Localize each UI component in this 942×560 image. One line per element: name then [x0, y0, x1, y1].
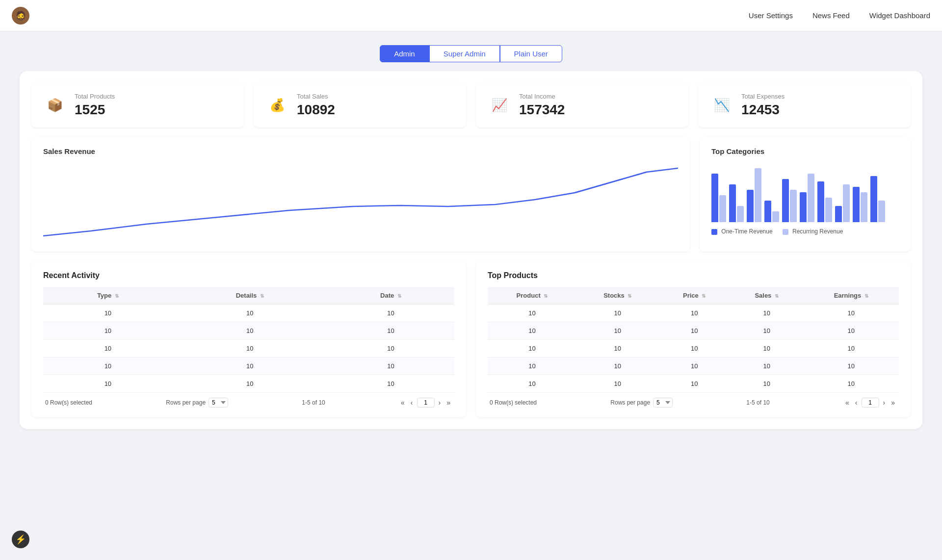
sales-cell: 10: [730, 305, 804, 322]
widget-dashboard-link[interactable]: Widget Dashboard: [869, 11, 930, 20]
details-col-header[interactable]: Details ⇅: [173, 287, 327, 305]
prev-page-btn[interactable]: ‹: [409, 398, 415, 407]
products-value: 1525: [75, 102, 115, 118]
product-col-header[interactable]: Product ⇅: [488, 287, 576, 305]
line-chart: [43, 163, 678, 242]
date-col-header[interactable]: Date ⇅: [327, 287, 454, 305]
first-page-btn[interactable]: «: [399, 398, 407, 407]
sales-cell: 10: [730, 375, 804, 393]
products-next-page-btn[interactable]: ›: [881, 398, 888, 407]
bar-recurring: [878, 201, 885, 222]
recent-activity-card: Recent Activity Type ⇅ Details ⇅ Date ⇅ …: [31, 261, 466, 417]
bar-one-time: [870, 176, 877, 222]
bar-recurring: [790, 190, 797, 222]
tab-super-admin[interactable]: Super Admin: [429, 45, 500, 62]
top-products-title: Top Products: [488, 271, 899, 280]
earnings-cell: 10: [804, 305, 899, 322]
price-cell: 10: [659, 375, 730, 393]
products-first-page-btn[interactable]: «: [843, 398, 851, 407]
avatar[interactable]: 🧔: [12, 7, 29, 25]
bar-group: [835, 184, 850, 222]
header: 🧔 User Settings News Feed Widget Dashboa…: [0, 0, 942, 31]
bar-one-time: [817, 181, 824, 222]
news-feed-link[interactable]: News Feed: [812, 11, 850, 20]
earnings-col-header[interactable]: Earnings ⇅: [804, 287, 899, 305]
bar-recurring: [825, 198, 832, 222]
income-icon: 📈: [488, 94, 511, 117]
user-settings-link[interactable]: User Settings: [749, 11, 793, 20]
price-cell: 10: [659, 322, 730, 340]
total-products-card: 📦 Total Products 1525: [31, 83, 244, 127]
role-tabs: Admin Super Admin Plain User: [0, 45, 942, 62]
table-row: 101010: [43, 357, 454, 375]
total-expenses-card: 📉 Total Expenses 12453: [698, 83, 911, 127]
stocks-cell: 10: [576, 375, 659, 393]
bar-group: [853, 187, 867, 222]
date-cell: 10: [327, 340, 454, 357]
tab-admin[interactable]: Admin: [380, 45, 429, 62]
details-cell: 10: [173, 375, 327, 393]
sales-icon: 💰: [265, 94, 289, 117]
type-col-header[interactable]: Type ⇅: [43, 287, 173, 305]
date-cell: 10: [327, 305, 454, 322]
bar-one-time: [711, 174, 718, 222]
recent-selected: 0 Row(s) selected: [45, 399, 92, 406]
chart-legend: One-Time Revenue Recurring Revenue: [711, 228, 899, 235]
product-cell: 10: [488, 305, 576, 322]
date-cell: 10: [327, 375, 454, 393]
sales-cell: 10: [730, 322, 804, 340]
product-cell: 10: [488, 375, 576, 393]
income-value: 157342: [519, 102, 565, 118]
bar-recurring: [719, 195, 726, 222]
products-prev-page-btn[interactable]: ‹: [853, 398, 860, 407]
bottom-action-icon[interactable]: ⚡: [12, 531, 29, 548]
details-cell: 10: [173, 305, 327, 322]
legend-one-time: One-Time Revenue: [711, 228, 773, 235]
bar-one-time: [782, 179, 789, 222]
page-number-input[interactable]: [417, 398, 435, 407]
products-icon: 📦: [43, 94, 67, 117]
legend-recurring: Recurring Revenue: [783, 228, 843, 235]
stocks-cell: 10: [576, 305, 659, 322]
table-row: 1010101010: [488, 357, 899, 375]
products-rows-select[interactable]: 51025: [653, 398, 673, 407]
recent-rows-select[interactable]: 51025: [209, 398, 228, 407]
table-row: 1010101010: [488, 305, 899, 322]
stocks-col-header[interactable]: Stocks ⇅: [576, 287, 659, 305]
bar-group: [729, 184, 744, 222]
expenses-label: Total Expenses: [741, 93, 785, 100]
products-pagination: « ‹ › »: [843, 398, 897, 407]
bar-group: [870, 176, 885, 222]
total-sales-card: 💰 Total Sales 10892: [254, 83, 466, 127]
type-cell: 10: [43, 322, 173, 340]
bar-recurring: [737, 206, 744, 222]
expenses-icon: 📉: [710, 94, 733, 117]
stocks-cell: 10: [576, 322, 659, 340]
top-products-card: Top Products Product ⇅ Stocks ⇅ Price ⇅ …: [476, 261, 911, 417]
products-last-page-btn[interactable]: »: [889, 398, 897, 407]
sales-revenue-title: Sales Revenue: [43, 147, 678, 155]
tab-plain-user[interactable]: Plain User: [500, 45, 562, 62]
recent-rows-per-page: Rows per page 51025: [166, 398, 228, 407]
sales-cell: 10: [730, 357, 804, 375]
bar-one-time: [835, 206, 842, 222]
table-row: 101010: [43, 340, 454, 357]
dashboard-outer-card: 📦 Total Products 1525 💰 Total Sales 1089…: [20, 71, 922, 429]
sales-col-header[interactable]: Sales ⇅: [730, 287, 804, 305]
bar-recurring: [772, 211, 779, 222]
product-cell: 10: [488, 357, 576, 375]
bar-group: [764, 201, 779, 222]
price-col-header[interactable]: Price ⇅: [659, 287, 730, 305]
products-page-number-input[interactable]: [862, 398, 879, 407]
product-cell: 10: [488, 322, 576, 340]
next-page-btn[interactable]: ›: [437, 398, 443, 407]
price-cell: 10: [659, 340, 730, 357]
table-row: 101010: [43, 322, 454, 340]
last-page-btn[interactable]: »: [445, 398, 452, 407]
table-row: 101010: [43, 305, 454, 322]
recent-activity-title: Recent Activity: [43, 271, 454, 280]
sales-revenue-card: Sales Revenue: [31, 137, 690, 252]
details-cell: 10: [173, 340, 327, 357]
price-cell: 10: [659, 305, 730, 322]
top-products-footer: 0 Row(s) selected Rows per page 51025 1-…: [488, 393, 899, 407]
